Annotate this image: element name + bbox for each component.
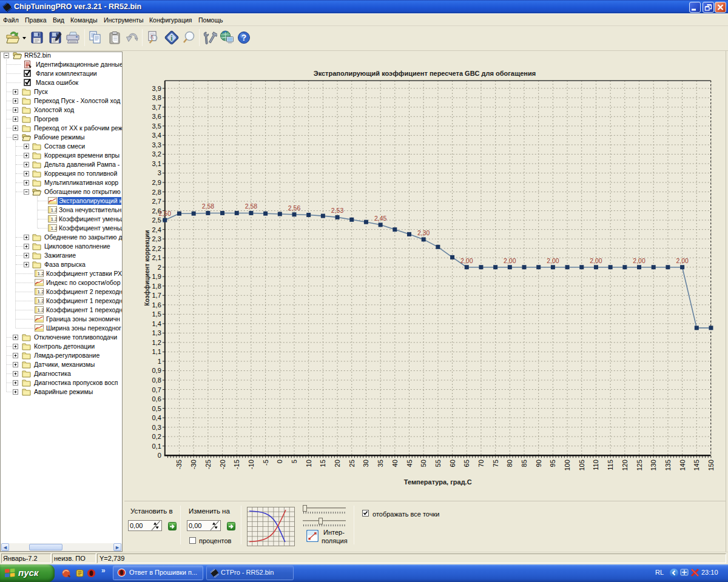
svg-text:105: 105	[578, 460, 585, 470]
svg-text:65: 65	[463, 460, 470, 467]
svg-text:90: 90	[535, 460, 542, 467]
svg-text:1,8: 1,8	[152, 283, 161, 290]
svg-text:2,00: 2,00	[676, 257, 689, 264]
svg-text:1,9: 1,9	[152, 273, 161, 280]
svg-text:3,9: 3,9	[152, 85, 161, 92]
svg-text:1,5: 1,5	[152, 310, 161, 318]
svg-text:-15: -15	[233, 460, 240, 469]
svg-text:Экстраполирующий коэффициент п: Экстраполирующий коэффициент пересчета G…	[314, 70, 536, 77]
svg-text:-30: -30	[190, 460, 197, 469]
svg-text:3,3: 3,3	[152, 141, 161, 149]
svg-text:0: 0	[276, 460, 283, 463]
svg-text:25: 25	[348, 460, 356, 467]
svg-text:100: 100	[564, 460, 571, 470]
svg-text:2,00: 2,00	[633, 257, 645, 264]
svg-text:130: 130	[650, 460, 657, 470]
svg-text:1.2: 1.2	[38, 271, 44, 276]
svg-text:45: 45	[406, 460, 413, 467]
svg-text:1.2: 1.2	[38, 307, 44, 313]
svg-text:35: 35	[377, 460, 384, 467]
svg-text:2,00: 2,00	[504, 257, 516, 264]
svg-text:3,7: 3,7	[152, 104, 161, 111]
svg-text:40: 40	[391, 460, 399, 467]
svg-text:2,7: 2,7	[152, 198, 161, 205]
svg-text:30: 30	[362, 460, 369, 467]
svg-text:0,3: 0,3	[152, 424, 161, 431]
svg-text:0,4: 0,4	[152, 414, 161, 421]
svg-text:-5: -5	[262, 460, 269, 466]
svg-text:1.2: 1.2	[51, 207, 57, 213]
svg-text:?: ?	[241, 33, 247, 42]
svg-text:2,00: 2,00	[590, 257, 602, 264]
svg-text:2,30: 2,30	[417, 229, 430, 236]
svg-text:135: 135	[664, 460, 672, 470]
svg-text:0: 0	[158, 452, 161, 459]
svg-text:50: 50	[420, 460, 427, 467]
svg-text:125: 125	[636, 460, 643, 470]
svg-text:75: 75	[492, 460, 499, 467]
svg-text:2,2: 2,2	[152, 245, 161, 252]
svg-text:140: 140	[679, 460, 686, 470]
svg-text:2,58: 2,58	[245, 202, 258, 210]
svg-text:20: 20	[334, 460, 341, 467]
svg-text:1: 1	[158, 358, 161, 365]
svg-text:1,7: 1,7	[152, 292, 161, 299]
svg-text:-20: -20	[219, 460, 226, 469]
svg-text:1.2: 1.2	[51, 216, 57, 222]
svg-text:2: 2	[158, 264, 161, 271]
svg-text:2,58: 2,58	[202, 202, 215, 210]
svg-text:0,1: 0,1	[152, 443, 161, 450]
svg-text:10: 10	[305, 460, 312, 467]
svg-text:2,9: 2,9	[152, 179, 161, 186]
svg-text:0,6: 0,6	[152, 395, 161, 403]
svg-text:3,8: 3,8	[152, 94, 161, 101]
svg-text:3,5: 3,5	[152, 122, 161, 130]
svg-text:95: 95	[549, 460, 556, 467]
svg-text:0,7: 0,7	[152, 386, 161, 393]
svg-text:Коэффициент коррекции: Коэффициент коррекции	[144, 230, 150, 306]
svg-text:2,53: 2,53	[331, 207, 344, 214]
svg-text:3,2: 3,2	[152, 150, 161, 158]
svg-text:0,9: 0,9	[152, 367, 161, 374]
svg-text:-25: -25	[204, 460, 212, 469]
svg-text:-10: -10	[248, 460, 255, 469]
svg-text:2,8: 2,8	[152, 189, 161, 196]
svg-text:70: 70	[477, 460, 485, 467]
svg-text:2,1: 2,1	[152, 254, 161, 261]
svg-text:3,6: 3,6	[152, 113, 161, 120]
svg-text:3,1: 3,1	[152, 160, 161, 167]
svg-text:2,56: 2,56	[288, 204, 301, 212]
svg-text:2,45: 2,45	[374, 215, 387, 222]
svg-text:60: 60	[449, 460, 456, 467]
svg-text:1,3: 1,3	[152, 329, 161, 336]
svg-text:2,00: 2,00	[460, 257, 473, 264]
svg-text:1,1: 1,1	[152, 348, 161, 355]
svg-text:-35: -35	[175, 460, 183, 469]
svg-text:85: 85	[521, 460, 528, 467]
svg-text:15: 15	[319, 460, 326, 467]
svg-text:0,2: 0,2	[152, 433, 161, 440]
svg-text:1,6: 1,6	[152, 301, 161, 309]
svg-text:Температура, град.С: Температура, град.С	[404, 478, 472, 486]
svg-text:1,4: 1,4	[152, 320, 161, 327]
svg-text:2,4: 2,4	[152, 226, 161, 233]
svg-text:115: 115	[607, 460, 614, 470]
svg-text:110: 110	[592, 460, 599, 470]
svg-text:120: 120	[621, 460, 629, 470]
svg-text:80: 80	[506, 460, 513, 467]
svg-text:3: 3	[158, 169, 161, 176]
svg-text:0,5: 0,5	[152, 405, 161, 412]
svg-text:2,50: 2,50	[159, 210, 172, 217]
svg-text:1,2: 1,2	[152, 339, 161, 346]
svg-text:0,8: 0,8	[152, 376, 161, 384]
svg-text:5: 5	[291, 460, 298, 463]
svg-text:145: 145	[693, 460, 700, 470]
svg-text:3,4: 3,4	[152, 132, 161, 139]
svg-text:55: 55	[434, 460, 442, 467]
svg-text:1.2: 1.2	[38, 298, 44, 304]
svg-text:2,3: 2,3	[152, 235, 161, 242]
svg-text:2,00: 2,00	[547, 257, 559, 264]
svg-text:1.2: 1.2	[38, 289, 44, 295]
svg-text:1.2: 1.2	[51, 226, 57, 231]
svg-text:2,5: 2,5	[152, 216, 161, 224]
